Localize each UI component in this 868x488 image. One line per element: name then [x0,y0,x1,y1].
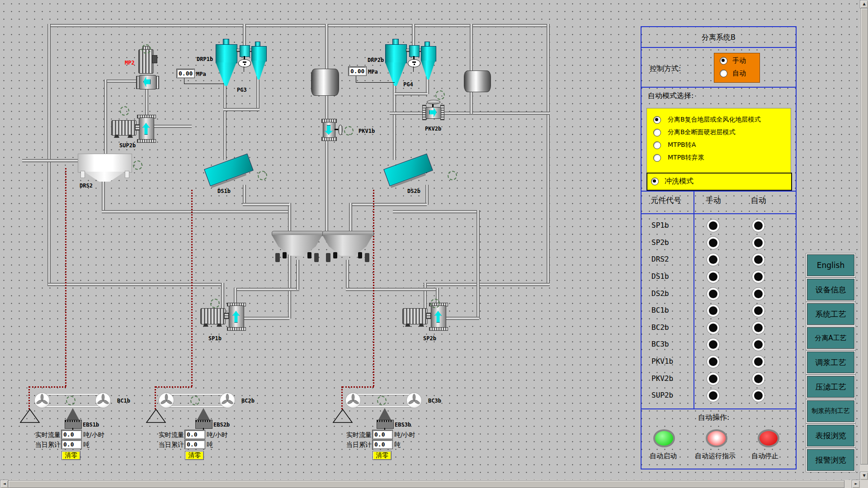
status-ring [142,44,151,54]
table-row-label: PKV1b [651,357,673,366]
sp1b-pump-assembly[interactable] [200,300,246,334]
radio-auto[interactable] [720,70,727,77]
scroll-up-button[interactable]: ▲ [860,0,868,9]
nav-separation-a-button[interactable]: 分离A工艺 [807,327,854,349]
conveyor-bc3b[interactable]: BC3b [346,393,450,409]
buffer-tank-2[interactable] [464,70,491,92]
pipe [349,203,427,206]
manual-indicator[interactable] [707,338,719,351]
pipe [423,283,550,286]
sp2b-label: SP2b [423,335,436,342]
valve-line [413,66,414,72]
valve-stem [413,56,415,59]
buffer-tank-1[interactable] [311,69,339,96]
pkv2b-handwheel[interactable] [427,100,440,104]
manual-indicator[interactable] [707,322,719,334]
table-row-label: SUP2b [651,391,673,399]
manual-indicator[interactable] [707,373,719,385]
mp2-junction-box [152,55,157,63]
total-value: 0.0 [185,440,205,449]
manual-indicator[interactable] [707,237,719,249]
radio-manual-label[interactable]: 手动 [732,56,746,65]
radio-manual[interactable] [720,57,727,65]
nav-report-view-button[interactable]: 表报浏览 [807,425,854,446]
manual-indicator[interactable] [707,305,719,317]
cyclone-body[interactable] [216,44,237,63]
manual-indicator[interactable] [707,356,719,368]
connector-line [356,76,356,83]
pkv2b-label: PKV2b [425,126,441,132]
bowl-leg [358,252,362,258]
conveyor-bc1b[interactable]: BC1b [35,393,139,409]
scroll-right-button[interactable]: ► [852,480,860,488]
nav-device-info-button[interactable]: 设备信息 [807,279,854,300]
conveyor-bc2b[interactable]: BC2b [159,393,263,409]
cyclone-body[interactable] [421,46,436,61]
drp2b-value: 0.00 [349,67,366,75]
auto-indicator[interactable] [752,322,764,334]
bowl-tank-1[interactable] [272,227,322,263]
nav-filter-press-button[interactable]: 压滤工艺 [807,376,854,398]
auto-indicator[interactable] [752,356,764,368]
auto-indicator[interactable] [752,305,764,317]
auto-indicator[interactable] [752,288,764,300]
auto-indicator[interactable] [752,338,764,351]
hopper-icon [19,408,40,424]
flow-unit: 吨/小时 [83,431,104,439]
auto-mode-label: 自动模式选择: [648,91,693,101]
dotted-line [373,190,374,386]
manual-indicator[interactable] [707,220,719,232]
mode-2-label[interactable]: 分离B全断面硬岩层模式 [668,128,736,136]
pipe [234,288,299,291]
clear-button[interactable]: 清零 [373,451,392,460]
mode-3-label[interactable]: MTPB转A [668,141,696,149]
bowl-tank-2[interactable] [322,227,373,263]
radio-flush-mode[interactable] [651,178,659,185]
cyclone-body[interactable] [385,44,407,63]
mode-1-label[interactable]: 分离B复合地层或全风化地层模式 [668,116,761,124]
drs2-tank-body[interactable] [78,154,132,173]
auto-indicator[interactable] [752,253,764,266]
flush-mode-label[interactable]: 冲洗模式 [665,177,693,186]
pg3-valve-icon[interactable] [238,59,251,67]
radio-auto-label[interactable]: 自动 [732,69,746,78]
auto-indicator[interactable] [752,237,764,249]
auto-indicator[interactable] [752,220,764,232]
status-ring [344,126,354,136]
nav-system-process-button[interactable]: 系统工艺 [807,303,854,325]
radio-mode-2[interactable] [653,129,661,136]
dotted-line [342,386,374,388]
horizontal-scroll-thumb[interactable] [8,480,844,488]
clear-button[interactable]: 清零 [185,451,204,460]
pg4-valve-body[interactable] [409,45,420,57]
nav-english-button[interactable]: English [807,254,854,276]
manual-indicator[interactable] [707,389,719,402]
sup2b-motor[interactable] [111,120,137,136]
auto-start-light[interactable] [653,429,675,447]
auto-stop-light[interactable] [758,429,779,447]
vertical-scroll-thumb[interactable] [860,8,868,465]
manual-indicator[interactable] [707,288,719,300]
radio-mode-4[interactable] [653,154,661,162]
pkv1b-handwheel[interactable] [338,125,343,135]
ebs3b-label: EBS3b [395,422,411,428]
pg4-valve-icon[interactable] [408,59,420,67]
radio-mode-3[interactable] [653,141,661,149]
nav-slurry-mixing-button[interactable]: 调浆工艺 [807,352,854,373]
scroll-left-button[interactable]: ◄ [0,480,9,488]
manual-indicator[interactable] [707,253,719,266]
cyclone-body[interactable] [251,46,267,61]
radio-mode-1[interactable] [653,116,661,124]
bowl-leg [326,253,330,262]
nav-alarm-view-button[interactable]: 报警浏览 [807,449,854,471]
nav-slurry-agent-button[interactable]: 制浆药剂工艺 [807,400,854,422]
manual-indicator[interactable] [707,271,719,283]
auto-indicator[interactable] [752,373,764,385]
clear-button[interactable]: 清零 [61,451,80,460]
mode-4-label[interactable]: MTPB转弃浆 [668,154,704,162]
auto-indicator[interactable] [752,389,764,402]
auto-indicator[interactable] [752,271,764,283]
sp2b-pump-assembly[interactable] [402,300,448,334]
pg3-valve-body[interactable] [240,45,250,57]
scroll-down-button[interactable]: ▼ [860,472,868,480]
